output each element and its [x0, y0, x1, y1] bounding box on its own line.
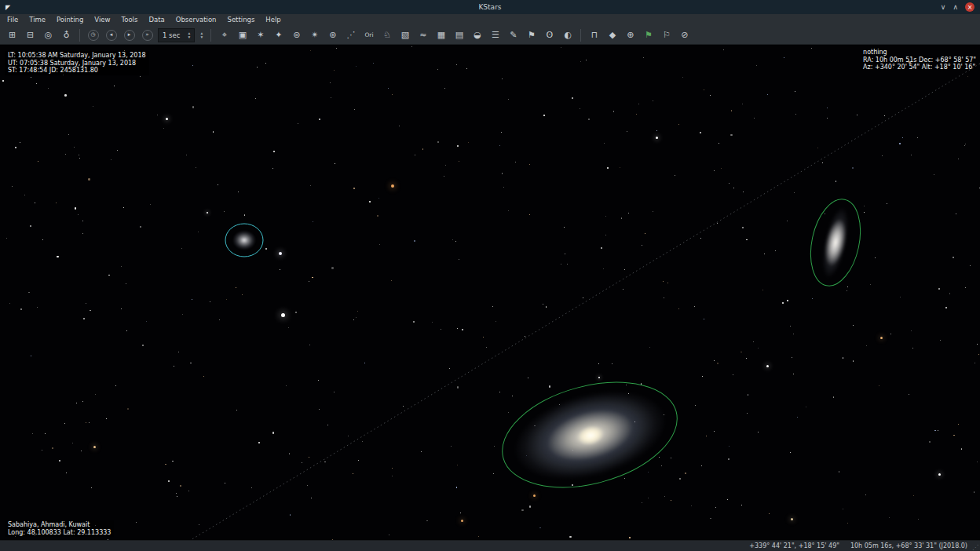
- show-equatorial-grid-button[interactable]: ▦: [432, 27, 450, 43]
- star: [31, 356, 31, 356]
- star: [426, 520, 428, 522]
- star: [727, 499, 728, 500]
- time-step-spinner[interactable]: ▴▾: [185, 31, 193, 39]
- eyepiece-view-button[interactable]: ʘ: [540, 27, 558, 43]
- capture-image-button[interactable]: ◆: [603, 27, 621, 43]
- zoom-in-button[interactable]: ⊞: [3, 27, 21, 43]
- menu-time[interactable]: Time: [24, 14, 51, 26]
- galaxy-small-elliptical[interactable]: [229, 228, 259, 253]
- toolbar-separator: [79, 29, 80, 42]
- time-step-down-icon[interactable]: ▾: [185, 35, 193, 39]
- window-title: KStars: [0, 3, 980, 11]
- set-geographic-location-button[interactable]: ♁: [57, 27, 75, 43]
- show-constellation-art-button[interactable]: ♘: [378, 27, 396, 43]
- park-flag-button[interactable]: ⚐: [657, 27, 675, 43]
- star: [605, 216, 606, 217]
- star: [583, 297, 583, 298]
- bright-star: [598, 377, 601, 379]
- resize-grip[interactable]: ⋰: [972, 544, 978, 551]
- focus-infobox[interactable]: nothing RA: 10h 00m 51s Dec: +68° 58' 57…: [863, 49, 976, 71]
- star: [24, 195, 25, 195]
- star: [793, 374, 794, 374]
- show-constellation-boundaries-button[interactable]: ▧: [396, 27, 414, 43]
- star: [714, 431, 715, 432]
- start-stop-clock-button[interactable]: ▸: [120, 27, 138, 43]
- star: [741, 505, 742, 505]
- star: [126, 330, 127, 331]
- mount-flag-icon: ⚑: [645, 31, 653, 39]
- star: [224, 211, 225, 212]
- star: [661, 465, 662, 466]
- telescope-lock-button[interactable]: ⊓: [585, 27, 603, 43]
- menu-observation[interactable]: Observation: [170, 14, 222, 26]
- menu-file[interactable]: File: [2, 14, 24, 26]
- center-telescope-button[interactable]: ⊕: [621, 27, 639, 43]
- star: [48, 88, 49, 89]
- show-satellites-button[interactable]: ✦: [269, 27, 287, 43]
- abort-motion-button[interactable]: ⊘: [675, 27, 693, 43]
- star: [168, 480, 170, 482]
- star: [83, 318, 85, 319]
- time-unit-down-icon[interactable]: ▾: [197, 35, 206, 39]
- observing-list-button[interactable]: ☰: [486, 27, 504, 43]
- show-horizontal-grid-button[interactable]: ▤: [450, 27, 468, 43]
- star: [403, 406, 404, 407]
- bright-star: [656, 137, 658, 139]
- star: [743, 192, 744, 192]
- star: [938, 288, 940, 290]
- sky-image-button[interactable]: ▣: [233, 27, 251, 43]
- menu-data[interactable]: Data: [143, 14, 170, 26]
- zoom-out-button[interactable]: ⊟: [21, 27, 39, 43]
- titlebar[interactable]: ◤ KStars ∨ ∧ ×: [0, 0, 980, 14]
- time-step-backward-button[interactable]: ◂: [102, 27, 120, 43]
- zoom-in-icon: ⊞: [9, 31, 16, 39]
- star: [728, 458, 730, 460]
- menu-settings[interactable]: Settings: [221, 14, 260, 26]
- time-step-forward-button[interactable]: »: [138, 27, 156, 43]
- observation-planner-button[interactable]: ✎: [504, 27, 522, 43]
- show-stars-button[interactable]: ✶: [251, 27, 269, 43]
- time-infobox[interactable]: LT: 10:05:38 AM Saturday, January 13, 20…: [5, 51, 149, 75]
- star: [797, 417, 798, 418]
- show-horizontal-grid-icon: ▤: [455, 31, 463, 39]
- star: [59, 460, 60, 462]
- sky-map[interactable]: LT: 10:05:38 AM Saturday, January 13, 20…: [0, 45, 980, 540]
- show-solar-system-button[interactable]: ⊚: [287, 27, 305, 43]
- star: [902, 137, 903, 138]
- star: [953, 435, 955, 436]
- show-constellation-names-button[interactable]: Ori: [360, 27, 378, 43]
- star: [327, 425, 328, 425]
- minimize-button[interactable]: ∨: [941, 3, 946, 12]
- star: [414, 240, 415, 242]
- mount-flag-button[interactable]: ⚑: [639, 27, 657, 43]
- close-button[interactable]: ×: [965, 2, 975, 12]
- show-flags-button[interactable]: ⚑: [522, 27, 540, 43]
- maximize-button[interactable]: ∧: [953, 3, 958, 12]
- star: [746, 239, 748, 241]
- star: [192, 299, 192, 300]
- set-time-button[interactable]: ◷: [84, 27, 102, 43]
- star: [747, 413, 748, 414]
- night-vision-button[interactable]: ◐: [558, 27, 576, 43]
- menu-view[interactable]: View: [89, 14, 115, 26]
- menu-help[interactable]: Help: [260, 14, 286, 26]
- location-infobox[interactable]: Sabahiya, Ahmadi, Kuwait Long: 48.100833…: [5, 520, 114, 537]
- show-horizon-button[interactable]: ◒: [468, 27, 486, 43]
- sky-image-icon: ▣: [239, 31, 247, 39]
- star: [37, 307, 38, 308]
- find-object-button[interactable]: ◎: [39, 27, 57, 43]
- show-asteroids-button[interactable]: ⊛: [324, 27, 342, 43]
- star: [529, 164, 530, 165]
- show-supernovae-button[interactable]: ✴: [305, 27, 324, 43]
- time-step-spinbox[interactable]: 1 sec▴▾: [158, 28, 195, 42]
- universal-time-line: UT: 07:05:38 Saturday, January 13, 2018: [8, 60, 146, 68]
- location-name-line: Sabahiya, Ahmadi, Kuwait: [8, 521, 111, 529]
- time-unit-spinner[interactable]: ▴▾: [197, 31, 206, 39]
- telescope-lock-icon: ⊓: [591, 31, 598, 39]
- menu-pointing[interactable]: Pointing: [51, 14, 89, 26]
- menu-tools[interactable]: Tools: [115, 14, 143, 26]
- show-milky-way-button[interactable]: ≈: [414, 27, 432, 43]
- show-constellation-lines-button[interactable]: ⋰: [342, 27, 360, 43]
- sidereal-time-line: ST: 17:48:54 JD: 2458131.80: [8, 67, 146, 75]
- fov-symbol-button[interactable]: ⌖: [215, 27, 233, 43]
